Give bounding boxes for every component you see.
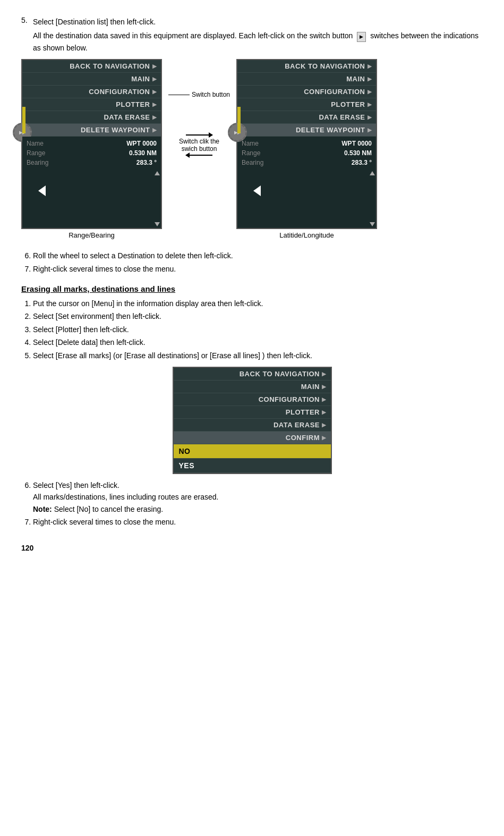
step6: Roll the wheel to select a Destination t… [33, 250, 483, 261]
cursor-right [253, 185, 261, 196]
page-number: 120 [21, 544, 483, 552]
arrow-right-icon [186, 134, 212, 136]
erase-screenshot-section: BACK TO NAVIGATION▶ MAIN▶ CONFIGURATION▶… [21, 367, 483, 474]
erase-nav-data-erase: DATA ERASE▶ [174, 419, 331, 432]
nav-arrow-icon: ▶ [152, 89, 157, 95]
step5-number: 5. [21, 16, 33, 28]
yellow-bar-right [237, 107, 241, 133]
nav-row-delete-wp-right: DELETE WAYPOINT▶ [237, 124, 376, 137]
switch-click-text: Switch clik the swich button [179, 138, 219, 153]
screenshots-section: BACK TO NAVIGATION▶ MAIN▶ CONFIGURATION▶… [21, 59, 483, 239]
erase-step-5: Select [Erase all marks] (or [Erase all … [33, 350, 483, 361]
erase-nav-screen: BACK TO NAVIGATION▶ MAIN▶ CONFIGURATION▶… [173, 367, 332, 474]
step7: Right-click several times to close the m… [33, 263, 483, 275]
middle-annotation: Switch button Switch clik the swich butt… [162, 59, 236, 156]
scroll-up-right [370, 171, 375, 175]
nav-row-data-erase-right: DATA ERASE▶ [237, 111, 376, 124]
nav-row-back-to-nav-right: BACK TO NAVIGATION▶ [237, 60, 376, 73]
erase-step-6: Select [Yes] then left-click. All marks/… [33, 479, 483, 515]
step5-container: 5. Select [Destination list] then left-c… [21, 16, 483, 54]
nav-row-config-right: CONFIGURATION▶ [237, 86, 376, 98]
switch-button-inline: ▶ [357, 32, 366, 41]
erase-note-text: Select [No] to cancel the erasing. [52, 505, 163, 513]
scroll-down-left [155, 222, 160, 226]
section-heading: Erasing all marks, destinations and line… [21, 284, 483, 293]
nav-row-plotter-right: PLOTTER▶ [237, 98, 376, 111]
nav-empty-right [237, 170, 376, 228]
right-screenshot-wrapper: BACK TO NAVIGATION▶ MAIN▶ CONFIGURATION▶… [236, 59, 377, 239]
erase-nav-main: MAIN▶ [174, 381, 331, 393]
nav-arrow-icon: ▶ [368, 63, 372, 69]
nav-row-delete-wp-left: DELETE WAYPOINT▶ [22, 124, 161, 137]
nav-data-section-left: Name WPT 0000 Range 0.530 NM Bearing 283… [22, 137, 161, 170]
erase-step-4: Select [Delete data] then left-click. [33, 336, 483, 348]
arrow-left-container [186, 155, 212, 156]
erase-step-2: Select [Set environment] then left-click… [33, 310, 483, 322]
erase-nav-no[interactable]: NO [174, 444, 331, 459]
scroll-down-right [370, 222, 375, 226]
erase-step-3: Select [Plotter] then left-click. [33, 324, 483, 335]
label-range-bearing: Range/Bearing [21, 231, 162, 239]
erase-step-7: Right-click several times to close the m… [33, 516, 483, 528]
nav-row-plotter-left: PLOTTER▶ [22, 98, 161, 111]
label-lat-lon: Latitide/Longitude [236, 231, 377, 239]
nav-arrow-icon: ▶ [152, 63, 157, 69]
erase-step-1: Put the cursor on [Menu] in the informat… [33, 298, 483, 309]
step5-text: Select [Destination list] then left-clic… [33, 16, 156, 28]
erase-nav-config: CONFIGURATION▶ [174, 393, 331, 406]
screenshots-row: BACK TO NAVIGATION▶ MAIN▶ CONFIGURATION▶… [21, 59, 483, 239]
right-nav-screen: BACK TO NAVIGATION▶ MAIN▶ CONFIGURATION▶… [236, 59, 377, 229]
data-row-name-left: Name WPT 0000 [27, 139, 157, 148]
nav-arrow-icon: ▶ [152, 76, 157, 82]
erase-step-6-sub: All marks/destinations, lines including … [33, 493, 218, 501]
switch-button-label: Switch button [192, 91, 230, 98]
erase-nav-confirm: CONFIRM▶ [174, 432, 331, 444]
nav-data-section-right: Name WPT 0000 Range 0.530 NM Bearing 283… [237, 137, 376, 170]
nav-arrow-icon: ▶ [152, 127, 157, 133]
nav-row-back-to-nav-left: BACK TO NAVIGATION▶ [22, 60, 161, 73]
erase-nav-plotter: PLOTTER▶ [174, 406, 331, 419]
data-row-bearing-left: Bearing 283.3 ° [27, 158, 157, 167]
nav-arrow-icon: ▶ [368, 114, 372, 120]
step5-sub1: All the destination data saved in this e… [33, 31, 353, 40]
yellow-bar-left [22, 107, 25, 133]
steps-6-7: Roll the wheel to select a Destination t… [21, 250, 483, 275]
nav-arrow-icon: ▶ [368, 89, 372, 95]
nav-arrow-icon: ▶ [368, 76, 372, 82]
switch-button-annotation: Switch button [168, 91, 230, 98]
erase-note-label: Note: [33, 505, 52, 513]
annotation-line [168, 95, 190, 95]
left-nav-screen: BACK TO NAVIGATION▶ MAIN▶ CONFIGURATION▶… [21, 59, 162, 229]
data-row-name-right: Name WPT 0000 [242, 139, 372, 148]
arrow-left-icon [186, 155, 212, 156]
cursor-left [38, 185, 46, 196]
nav-row-data-erase-left: DATA ERASE▶ [22, 111, 161, 124]
arrow-right-container [186, 134, 212, 136]
nav-empty-left [22, 170, 161, 228]
data-row-bearing-right: Bearing 283.3 ° [242, 158, 372, 167]
left-screenshot-wrapper: BACK TO NAVIGATION▶ MAIN▶ CONFIGURATION▶… [21, 59, 162, 239]
nav-row-main-left: MAIN▶ [22, 73, 161, 86]
nav-row-main-right: MAIN▶ [237, 73, 376, 86]
nav-arrow-icon: ▶ [152, 102, 157, 107]
nav-arrow-icon: ▶ [368, 102, 372, 107]
erase-steps-list: Put the cursor on [Menu] in the informat… [21, 298, 483, 361]
nav-arrow-icon: ▶ [368, 127, 372, 133]
erase-steps-6-7: Select [Yes] then left-click. All marks/… [21, 479, 483, 528]
scroll-up-left [155, 171, 160, 175]
data-row-range-right: Range 0.530 NM [242, 148, 372, 158]
data-row-range-left: Range 0.530 NM [27, 148, 157, 158]
nav-row-config-left: CONFIGURATION▶ [22, 86, 161, 98]
erase-nav-back: BACK TO NAVIGATION▶ [174, 368, 331, 381]
erase-nav-yes[interactable]: YES [174, 459, 331, 473]
nav-arrow-icon: ▶ [152, 114, 157, 120]
switch-click-annotation: Switch clik the swich button [179, 134, 219, 156]
